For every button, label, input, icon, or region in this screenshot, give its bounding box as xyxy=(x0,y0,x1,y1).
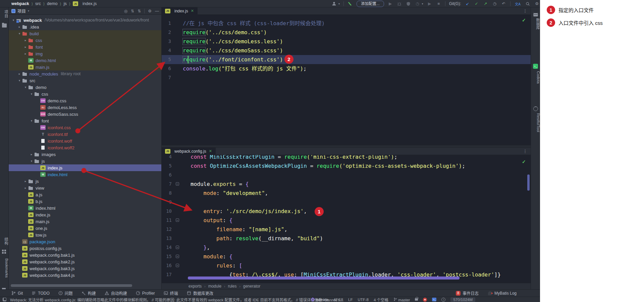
tree-item[interactable]: ▸images xyxy=(9,151,162,158)
window-layout-icon[interactable] xyxy=(3,298,6,301)
tab-index-js[interactable]: index.js ✕ xyxy=(162,7,198,15)
tree-chevron-icon[interactable]: ▸ xyxy=(23,186,28,190)
editor-breadcrumb-item[interactable]: exports xyxy=(189,284,202,289)
warning-circle-icon[interactable]: ! xyxy=(441,298,445,302)
tree-chevron-icon[interactable]: ▾ xyxy=(11,18,16,22)
line-number[interactable]: 11 xyxy=(162,216,172,225)
line-number[interactable]: 7 xyxy=(162,180,172,189)
more-options-icon[interactable]: ⋮ xyxy=(523,8,527,13)
tree-chevron-icon[interactable]: ▾ xyxy=(17,32,22,35)
history-clock-icon[interactable]: ◷ xyxy=(492,1,497,6)
rollback-icon[interactable]: ↶ xyxy=(501,1,506,6)
tabnine-widget[interactable]: tabnine xyxy=(311,298,328,302)
editor-breadcrumb-item[interactable]: module xyxy=(208,284,221,289)
line-number[interactable]: 9 xyxy=(162,198,172,207)
code-line[interactable]: 6 xyxy=(162,170,531,180)
vertical-scrollbar-thumb[interactable] xyxy=(527,174,530,191)
code-line[interactable]: 4require('../css/demoSass.scss') xyxy=(162,46,531,55)
tree-item[interactable]: index.js xyxy=(9,211,162,218)
tree-item[interactable]: webpack.config.bak2.js xyxy=(9,258,162,265)
tree-item[interactable]: webpack.config.bak3.js xyxy=(9,265,162,272)
tree-chevron-icon[interactable]: ▾ xyxy=(23,86,28,89)
debug-bug-icon[interactable] xyxy=(397,1,402,6)
breadcrumb-item[interactable]: demo xyxy=(47,1,57,6)
tree-item[interactable]: b.js xyxy=(9,198,162,205)
search-icon[interactable] xyxy=(525,1,531,6)
code-line[interactable]: 5const OptimizeCssAssetsWebpackPlugin = … xyxy=(162,161,531,170)
line-number[interactable]: 2 xyxy=(162,28,171,37)
line-number[interactable]: 5 xyxy=(162,161,172,170)
tool-button-auto-build[interactable]: 自动构建 xyxy=(105,290,127,296)
tab-webpack-config-js[interactable]: webpack.config.js ✕ xyxy=(162,148,216,155)
close-icon[interactable]: ✕ xyxy=(209,149,212,153)
bookmarks-tool-button[interactable]: Bookmarks xyxy=(0,258,9,278)
expand-collapse-icon[interactable]: ⇅ xyxy=(138,9,141,13)
structure-tool-button[interactable]: 结构 xyxy=(0,237,9,245)
codota-tool-button[interactable]: Codota xyxy=(531,71,540,84)
git-update-icon[interactable]: ↙ xyxy=(465,1,470,6)
line-number[interactable]: 8 xyxy=(162,189,172,198)
git-commit-check-icon[interactable]: ✓ xyxy=(474,1,479,6)
tree-item[interactable]: iconfont.woff2 xyxy=(9,144,162,151)
line-number[interactable]: 16 xyxy=(162,261,172,270)
editor-index-js[interactable]: 1//在 js 中包含 css 样式 (css-loader到时候会处理)2re… xyxy=(162,15,531,145)
translate-icon[interactable]: 文A xyxy=(514,1,522,6)
tree-item[interactable]: tow.js xyxy=(9,232,162,238)
tree-item[interactable]: a.js xyxy=(9,191,162,198)
stop-icon[interactable]: ■ xyxy=(436,1,441,6)
tool-button-todo[interactable]: TODO xyxy=(32,291,49,296)
tree-item[interactable]: ▾demo xyxy=(9,84,162,91)
tree-item[interactable]: ▾webpack/Volumes/share/workspace/front/v… xyxy=(9,17,162,23)
tree-item[interactable]: main.js xyxy=(9,64,162,70)
editor-breadcrumb-item[interactable]: generator xyxy=(243,284,260,289)
fold-marker-icon[interactable]: − xyxy=(176,182,179,186)
tool-button-build[interactable]: 构建 xyxy=(82,290,96,296)
fold-marker-icon[interactable]: − xyxy=(176,218,179,222)
line-number[interactable]: 12 xyxy=(162,225,172,234)
tree-item[interactable]: ▾js xyxy=(9,158,162,164)
editor-splitter[interactable] xyxy=(162,145,531,148)
build-hammer-icon[interactable] xyxy=(347,1,353,6)
notification-red-icon[interactable] xyxy=(423,298,427,302)
tree-item[interactable]: ▸css xyxy=(9,37,162,44)
tree-chevron-icon[interactable]: ▾ xyxy=(29,159,34,163)
tree-chevron-icon[interactable]: ▸ xyxy=(23,52,28,55)
breadcrumb-item[interactable]: webpack xyxy=(11,1,29,6)
code-line[interactable]: 1//在 js 中包含 css 样式 (css-loader到时候会处理) xyxy=(162,19,531,28)
tree-item[interactable]: ▸.idea xyxy=(9,23,162,30)
profiler-icon[interactable]: ◷ xyxy=(415,1,420,6)
tree-item[interactable]: iconfont.woff xyxy=(9,138,162,144)
line-number[interactable]: 5 xyxy=(162,55,171,64)
settings-gear-icon[interactable]: ⚙ xyxy=(534,1,540,6)
tree-chevron-icon[interactable]: ▸ xyxy=(23,180,28,183)
code-line[interactable]: 6console.log("打包 css 样式的的 js 文件"); xyxy=(162,64,531,73)
indent-style[interactable]: 4 个空格 xyxy=(374,297,388,302)
fold-marker-icon[interactable]: − xyxy=(176,264,179,267)
tool-button-mybatis-log[interactable]: MyBatis Log xyxy=(488,291,517,296)
project-tool-button[interactable]: 项目 xyxy=(0,10,9,18)
tree-item[interactable]: ▾build xyxy=(9,30,162,37)
tree-horizontal-scrollbar[interactable] xyxy=(11,284,132,287)
code-line[interactable]: 5require('../font/iconfont.css') xyxy=(162,55,531,64)
tool-button-profiler[interactable]: Profiler xyxy=(136,291,155,296)
line-number[interactable]: 4 xyxy=(162,155,172,161)
tree-item[interactable]: index.html xyxy=(9,171,162,178)
tool-button-event-log[interactable]: 8 事件日志 xyxy=(456,290,479,296)
code-line[interactable]: 7 xyxy=(162,73,531,82)
tree-item[interactable]: one.js xyxy=(9,225,162,232)
tree-item[interactable]: ▾font xyxy=(9,117,162,124)
user-icon[interactable] xyxy=(331,1,337,6)
code-line[interactable]: 10 entry: './src/demo/js/index.js', xyxy=(162,207,531,216)
structure-icon[interactable] xyxy=(2,250,6,254)
tree-item[interactable]: ▸view xyxy=(9,185,162,191)
git-push-icon[interactable]: ↗ xyxy=(483,1,488,6)
hide-panel-icon[interactable]: — xyxy=(155,9,159,13)
line-number[interactable]: 13 xyxy=(162,234,172,243)
tree-item[interactable]: ▸img xyxy=(9,50,162,57)
breadcrumb-item[interactable]: js xyxy=(64,1,67,6)
line-number[interactable]: 6 xyxy=(162,170,172,180)
tree-item[interactable]: demo.html xyxy=(9,57,162,64)
code-line[interactable]: 16− rules: [ xyxy=(162,261,531,270)
chevron-down-icon[interactable]: ▾ xyxy=(28,9,29,12)
tree-item[interactable]: ▸node_moduleslibrary root xyxy=(9,70,162,77)
